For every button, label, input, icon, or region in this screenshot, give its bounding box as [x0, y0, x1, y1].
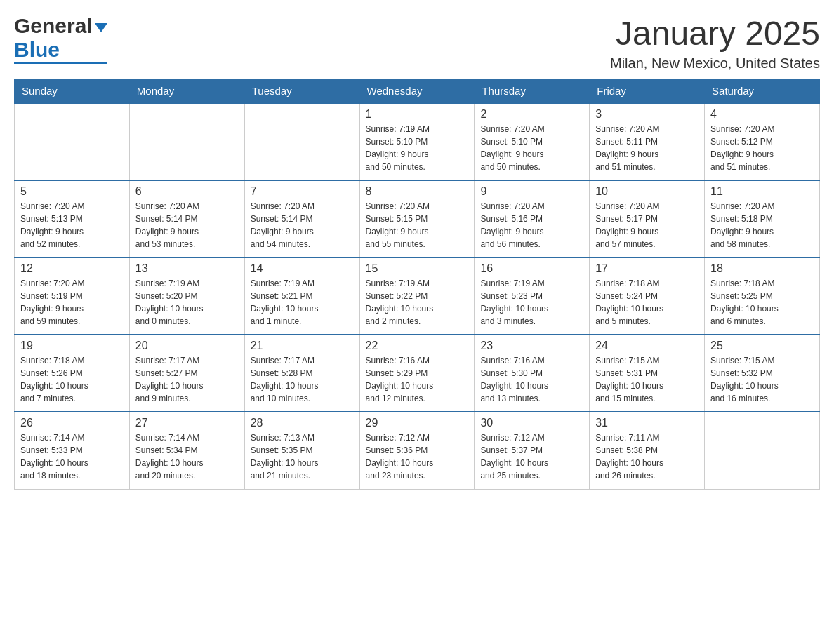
day-number: 29 [366, 417, 469, 429]
day-info: Sunrise: 7:20 AM Sunset: 5:19 PM Dayligh… [20, 277, 124, 328]
day-info: Sunrise: 7:14 AM Sunset: 5:34 PM Dayligh… [135, 431, 239, 482]
day-number: 4 [710, 108, 814, 121]
calendar-table: Sunday Monday Tuesday Wednesday Thursday… [14, 79, 820, 490]
day-info: Sunrise: 7:12 AM Sunset: 5:36 PM Dayligh… [366, 431, 469, 482]
week-row-1: 1Sunrise: 7:19 AM Sunset: 5:10 PM Daylig… [15, 103, 820, 180]
day-info: Sunrise: 7:14 AM Sunset: 5:33 PM Dayligh… [20, 431, 124, 482]
day-info: Sunrise: 7:20 AM Sunset: 5:12 PM Dayligh… [710, 123, 814, 173]
calendar-cell: 8Sunrise: 7:20 AM Sunset: 5:15 PM Daylig… [359, 180, 475, 257]
day-number: 24 [595, 340, 699, 352]
day-number: 23 [480, 340, 583, 352]
day-info: Sunrise: 7:20 AM Sunset: 5:18 PM Dayligh… [710, 200, 814, 250]
day-number: 12 [20, 262, 124, 275]
calendar-cell: 6Sunrise: 7:20 AM Sunset: 5:14 PM Daylig… [129, 180, 244, 257]
calendar-cell: 5Sunrise: 7:20 AM Sunset: 5:13 PM Daylig… [15, 180, 130, 257]
week-row-2: 5Sunrise: 7:20 AM Sunset: 5:13 PM Daylig… [15, 180, 820, 257]
page-header: General Blue January 2025 Milan, New Mex… [14, 14, 820, 72]
calendar-cell: 29Sunrise: 7:12 AM Sunset: 5:36 PM Dayli… [359, 412, 475, 489]
col-friday: Friday [590, 79, 705, 104]
day-number: 13 [135, 262, 239, 275]
calendar-cell: 14Sunrise: 7:19 AM Sunset: 5:21 PM Dayli… [244, 257, 359, 335]
col-monday: Monday [129, 79, 244, 104]
day-number: 31 [595, 417, 699, 429]
calendar-cell: 4Sunrise: 7:20 AM Sunset: 5:12 PM Daylig… [705, 103, 820, 180]
calendar-cell: 2Sunrise: 7:20 AM Sunset: 5:10 PM Daylig… [475, 103, 590, 180]
calendar-cell: 25Sunrise: 7:15 AM Sunset: 5:32 PM Dayli… [705, 335, 820, 412]
calendar-cell: 16Sunrise: 7:19 AM Sunset: 5:23 PM Dayli… [475, 257, 590, 335]
day-number: 19 [20, 340, 124, 352]
day-info: Sunrise: 7:13 AM Sunset: 5:35 PM Dayligh… [251, 431, 354, 482]
calendar-cell: 7Sunrise: 7:20 AM Sunset: 5:14 PM Daylig… [244, 180, 359, 257]
week-row-3: 12Sunrise: 7:20 AM Sunset: 5:19 PM Dayli… [15, 257, 820, 335]
day-info: Sunrise: 7:19 AM Sunset: 5:21 PM Dayligh… [251, 277, 354, 328]
calendar-cell: 20Sunrise: 7:17 AM Sunset: 5:27 PM Dayli… [129, 335, 244, 412]
day-number: 15 [366, 262, 469, 275]
day-number: 25 [710, 340, 814, 352]
calendar-cell: 26Sunrise: 7:14 AM Sunset: 5:33 PM Dayli… [15, 412, 130, 489]
day-number: 21 [251, 340, 354, 352]
day-number: 28 [251, 417, 354, 429]
day-info: Sunrise: 7:17 AM Sunset: 5:28 PM Dayligh… [251, 354, 354, 405]
day-number: 26 [20, 417, 124, 429]
calendar-cell: 30Sunrise: 7:12 AM Sunset: 5:37 PM Dayli… [475, 412, 590, 489]
day-info: Sunrise: 7:11 AM Sunset: 5:38 PM Dayligh… [595, 431, 699, 482]
day-info: Sunrise: 7:20 AM Sunset: 5:16 PM Dayligh… [480, 200, 583, 250]
day-info: Sunrise: 7:15 AM Sunset: 5:31 PM Dayligh… [595, 354, 699, 405]
day-info: Sunrise: 7:20 AM Sunset: 5:17 PM Dayligh… [595, 200, 699, 250]
day-number: 20 [135, 340, 239, 352]
calendar-cell: 13Sunrise: 7:19 AM Sunset: 5:20 PM Dayli… [129, 257, 244, 335]
col-saturday: Saturday [705, 79, 820, 104]
calendar-cell: 1Sunrise: 7:19 AM Sunset: 5:10 PM Daylig… [359, 103, 475, 180]
week-row-4: 19Sunrise: 7:18 AM Sunset: 5:26 PM Dayli… [15, 335, 820, 412]
calendar-cell: 19Sunrise: 7:18 AM Sunset: 5:26 PM Dayli… [15, 335, 130, 412]
day-number: 17 [595, 262, 699, 275]
day-number: 30 [480, 417, 583, 429]
day-number: 9 [480, 185, 583, 198]
logo-underline [14, 62, 107, 64]
col-tuesday: Tuesday [244, 79, 359, 104]
day-info: Sunrise: 7:12 AM Sunset: 5:37 PM Dayligh… [480, 431, 583, 482]
calendar-cell: 24Sunrise: 7:15 AM Sunset: 5:31 PM Dayli… [590, 335, 705, 412]
day-info: Sunrise: 7:18 AM Sunset: 5:24 PM Dayligh… [595, 277, 699, 328]
calendar-cell: 28Sunrise: 7:13 AM Sunset: 5:35 PM Dayli… [244, 412, 359, 489]
day-info: Sunrise: 7:18 AM Sunset: 5:25 PM Dayligh… [710, 277, 814, 328]
day-info: Sunrise: 7:18 AM Sunset: 5:26 PM Dayligh… [20, 354, 124, 405]
day-number: 7 [251, 185, 354, 198]
calendar-cell: 22Sunrise: 7:16 AM Sunset: 5:29 PM Dayli… [359, 335, 475, 412]
day-number: 22 [366, 340, 469, 352]
day-info: Sunrise: 7:16 AM Sunset: 5:30 PM Dayligh… [480, 354, 583, 405]
day-number: 3 [595, 108, 699, 121]
day-number: 16 [480, 262, 583, 275]
day-number: 10 [595, 185, 699, 198]
day-info: Sunrise: 7:20 AM Sunset: 5:13 PM Dayligh… [20, 200, 124, 250]
day-number: 8 [366, 185, 469, 198]
day-info: Sunrise: 7:19 AM Sunset: 5:20 PM Dayligh… [135, 277, 239, 328]
day-info: Sunrise: 7:20 AM Sunset: 5:14 PM Dayligh… [135, 200, 239, 250]
day-number: 18 [710, 262, 814, 275]
day-info: Sunrise: 7:17 AM Sunset: 5:27 PM Dayligh… [135, 354, 239, 405]
day-number: 5 [20, 185, 124, 198]
calendar-cell: 10Sunrise: 7:20 AM Sunset: 5:17 PM Dayli… [590, 180, 705, 257]
logo-general-text: General [14, 14, 93, 38]
week-row-5: 26Sunrise: 7:14 AM Sunset: 5:33 PM Dayli… [15, 412, 820, 489]
day-info: Sunrise: 7:16 AM Sunset: 5:29 PM Dayligh… [366, 354, 469, 405]
day-info: Sunrise: 7:20 AM Sunset: 5:14 PM Dayligh… [251, 200, 354, 250]
day-number: 27 [135, 417, 239, 429]
logo: General Blue [14, 14, 107, 64]
day-info: Sunrise: 7:20 AM Sunset: 5:10 PM Dayligh… [480, 123, 583, 173]
day-info: Sunrise: 7:19 AM Sunset: 5:10 PM Dayligh… [366, 123, 469, 173]
calendar-cell: 18Sunrise: 7:18 AM Sunset: 5:25 PM Dayli… [705, 257, 820, 335]
calendar-cell: 27Sunrise: 7:14 AM Sunset: 5:34 PM Dayli… [129, 412, 244, 489]
day-number: 6 [135, 185, 239, 198]
calendar-header-row: Sunday Monday Tuesday Wednesday Thursday… [15, 79, 820, 104]
calendar-cell: 12Sunrise: 7:20 AM Sunset: 5:19 PM Dayli… [15, 257, 130, 335]
calendar-cell [705, 412, 820, 489]
page-subtitle: Milan, New Mexico, United States [610, 55, 820, 72]
calendar-cell: 3Sunrise: 7:20 AM Sunset: 5:11 PM Daylig… [590, 103, 705, 180]
calendar-cell: 31Sunrise: 7:11 AM Sunset: 5:38 PM Dayli… [590, 412, 705, 489]
day-number: 1 [366, 108, 469, 121]
calendar-cell: 23Sunrise: 7:16 AM Sunset: 5:30 PM Dayli… [475, 335, 590, 412]
day-info: Sunrise: 7:19 AM Sunset: 5:22 PM Dayligh… [366, 277, 469, 328]
calendar-cell [244, 103, 359, 180]
calendar-cell [129, 103, 244, 180]
